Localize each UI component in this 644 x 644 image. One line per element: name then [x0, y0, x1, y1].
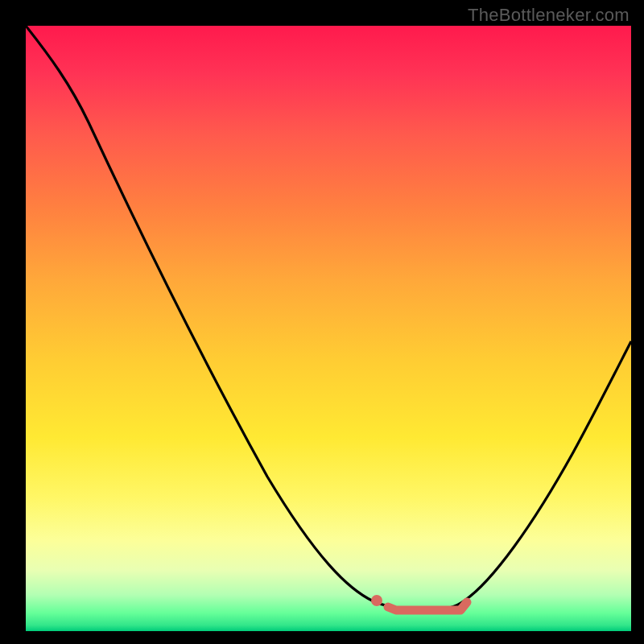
optimal-point-marker	[371, 595, 382, 606]
attribution-text: TheBottleneker.com	[468, 5, 630, 26]
curve-svg	[26, 26, 631, 631]
optimal-range-marker	[388, 602, 467, 610]
plot-area	[26, 26, 631, 631]
bottom-frame	[0, 631, 644, 644]
bottleneck-curve	[26, 26, 631, 610]
chart-container: TheBottleneker.com	[0, 0, 644, 644]
